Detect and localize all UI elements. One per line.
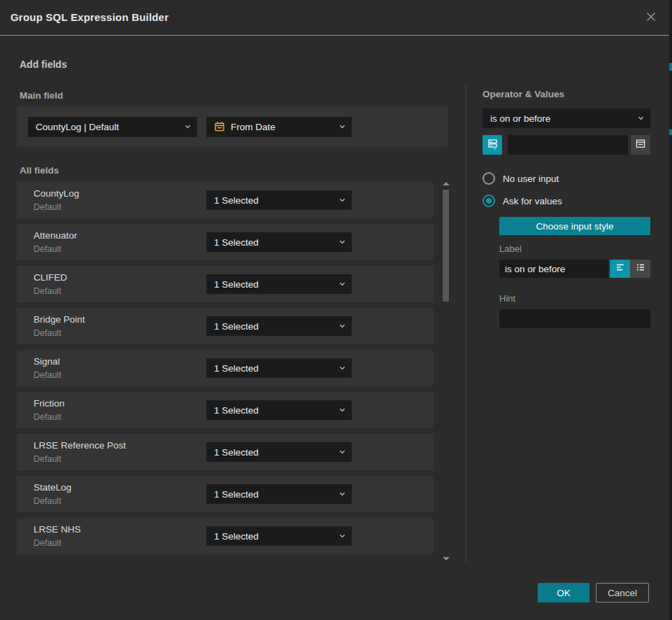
calendar-icon [635,138,646,152]
chevron-down-icon [338,491,346,498]
list-input-style-button[interactable] [630,260,650,278]
chevron-down-icon [338,197,346,204]
operator-values-label: Operator & Values [482,89,564,99]
set-values-button[interactable] [482,135,502,155]
operator-value: is on or before [490,113,550,124]
radio-checked-icon [482,195,495,207]
close-button[interactable] [643,10,659,27]
field-name: LRSE Reference Post [34,440,126,451]
field-name: Friction [34,398,64,409]
layer-select-dropdown[interactable]: CountyLog | Default [28,117,197,137]
field-row-lrse-reference-post: LRSE Reference Post Default 1 Selected [17,434,434,470]
main-field-select-dropdown[interactable]: From Date [206,117,352,137]
calendar-icon [214,121,225,132]
layer-select-value: CountyLog | Default [36,122,119,132]
field-values-dropdown[interactable]: 1 Selected [206,526,352,546]
title-divider [0,35,669,36]
chevron-down-icon [338,533,346,540]
field-name: CLIFED [34,272,67,283]
value-input[interactable] [508,135,628,155]
field-source: Default [34,328,62,338]
title-bar: Group SQL Expression Builder [0,0,669,35]
field-row-countylog: CountyLog Default 1 Selected [17,182,434,218]
chevron-down-icon [184,123,192,131]
date-picker-button[interactable] [631,135,650,155]
field-values-dropdown[interactable]: 1 Selected [206,190,352,210]
radio-icon [482,172,495,185]
fields-list-scrollbar[interactable] [441,181,451,562]
radio-no-user-input-label: No user input [503,174,559,184]
field-values-selected: 1 Selected [214,489,259,500]
field-source: Default [34,538,62,548]
field-source: Default [34,202,62,212]
radio-ask-for-values-label: Ask for values [503,196,562,206]
radio-no-user-input[interactable]: No user input [482,172,650,185]
field-source: Default [34,370,62,380]
scrollbar-thumb[interactable] [443,190,449,302]
main-field-panel: CountyLog | Default From Date [17,106,448,147]
field-source: Default [34,496,62,506]
all-fields-label: All fields [20,165,59,176]
field-values-selected: 1 Selected [214,279,259,290]
chevron-down-icon [338,239,346,246]
field-values-selected: 1 Selected [214,237,259,248]
chevron-down-icon [338,123,346,131]
radio-ask-for-values[interactable]: Ask for values [482,195,650,207]
field-values-dropdown[interactable]: 1 Selected [206,484,352,504]
field-name: LRSE NHS [34,524,81,535]
field-name: Bridge Point [34,314,85,325]
field-values-selected: 1 Selected [214,405,259,416]
field-values-dropdown[interactable]: 1 Selected [206,316,352,336]
hint-input[interactable] [499,309,650,328]
field-name: Signal [34,356,60,367]
chevron-down-icon [338,407,346,414]
field-values-dropdown[interactable]: 1 Selected [206,274,352,294]
field-row-lrse-nhs: LRSE NHS Default 1 Selected [17,518,434,554]
field-values-dropdown[interactable]: 1 Selected [206,400,352,420]
chevron-down-icon [338,323,346,330]
cancel-button[interactable]: Cancel [596,583,649,603]
field-values-dropdown[interactable]: 1 Selected [206,442,352,462]
field-source: Default [34,286,62,296]
group-sql-expression-builder-dialog: Group SQL Expression Builder Add fields … [0,0,669,620]
field-values-dropdown[interactable]: 1 Selected [206,232,352,252]
single-line-input-icon [615,262,626,276]
label-row [499,260,650,278]
add-fields-heading: Add fields [20,59,67,70]
field-row-clifed: CLIFED Default 1 Selected [17,266,434,302]
main-field-select-value: From Date [231,122,276,132]
field-source: Default [34,412,62,422]
list-values-icon [635,262,646,276]
chevron-down-icon [338,365,346,372]
field-row-attenuator: Attenuator Default 1 Selected [17,224,434,260]
field-row-statelog: StateLog Default 1 Selected [17,476,434,512]
field-row-signal: Signal Default 1 Selected [17,350,434,386]
field-values-selected: 1 Selected [214,531,259,542]
field-values-dropdown[interactable]: 1 Selected [206,358,352,378]
field-values-selected: 1 Selected [214,363,259,374]
field-row-friction: Friction Default 1 Selected [17,392,434,428]
label-field-label: Label [499,244,650,254]
hint-field-label: Hint [499,293,650,304]
scroll-up-arrow-icon[interactable] [443,182,450,185]
field-source: Default [34,244,62,254]
scroll-down-arrow-icon[interactable] [443,557,450,561]
background-app-edge [669,0,672,620]
field-values-selected: 1 Selected [214,195,259,206]
field-values-selected: 1 Selected [214,447,259,458]
ok-button[interactable]: OK [538,583,589,603]
close-icon [644,10,658,27]
field-name: StateLog [34,482,71,493]
dialog-footer: OK Cancel [538,583,649,603]
single-line-input-style-button[interactable] [610,260,630,278]
operator-dropdown[interactable]: is on or before [482,108,650,128]
set-values-icon [487,138,499,153]
field-row-bridge-point: Bridge Point Default 1 Selected [17,308,434,344]
label-input[interactable] [499,260,608,278]
field-name: CountyLog [34,188,79,199]
choose-input-style-button[interactable]: Choose input style [499,217,650,235]
column-divider [466,85,466,562]
chevron-down-icon [338,449,346,456]
chevron-down-icon [637,115,645,122]
field-source: Default [34,454,62,464]
